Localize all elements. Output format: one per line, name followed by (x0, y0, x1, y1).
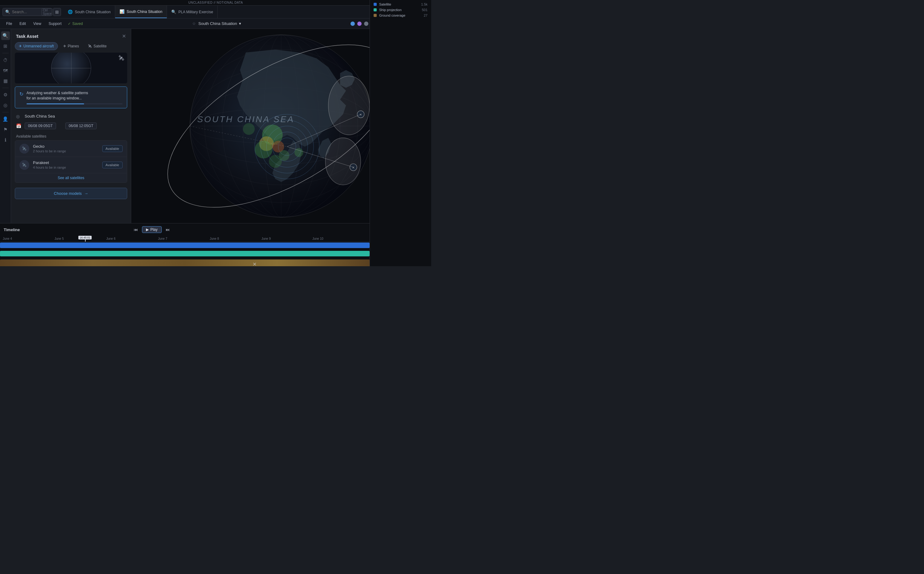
menu-file[interactable]: File (3, 20, 15, 27)
arrow-right-icon: → (84, 191, 88, 196)
date-june6: June 6 (106, 237, 115, 240)
date-june5: June 5 (54, 237, 64, 240)
main-content: 🔍 ⊞ ⏱ 🗺 ▦ ⚙ ◎ 👤 ⚑ ℹ Task Asset ✕ ✈ Unman… (0, 29, 431, 223)
panel-header: Task Asset ✕ (11, 29, 131, 42)
star-icon: ☆ (192, 21, 196, 26)
satellite-row-parakeet: 🛰 Parakeet 4 hours to be in range Availa… (15, 157, 127, 173)
gecko-time: 2 hours to be in range (33, 149, 98, 153)
sidebar-timeline[interactable]: ⏱ (1, 56, 10, 64)
search-icon: 🔍 (5, 9, 10, 14)
sidebar-separator-3 (2, 112, 9, 112)
timeline-header: Timeline ⏮ ▶ Play ⏭ ⤢ 📷 ⊞ ⚖ ≡ ✕ (0, 224, 431, 236)
see-all-satellites-link[interactable]: See all satellites (15, 173, 127, 183)
tab-bar-left: 🔍 Ctrl Space ⊞ (0, 6, 63, 18)
timeline-cursor: 16:45:01 (85, 236, 85, 241)
sidebar-info[interactable]: ℹ (1, 136, 10, 144)
svg-point-21 (328, 76, 370, 135)
sidebar-grid[interactable]: ▦ (1, 77, 10, 85)
search-input[interactable] (12, 10, 40, 14)
svg-point-24 (325, 138, 361, 185)
gecko-available-button[interactable]: Available (102, 145, 123, 152)
menu-support[interactable]: Support (46, 20, 65, 27)
cursor-time: 16:45:01 (78, 236, 92, 240)
sidebar-separator-2 (2, 88, 9, 88)
menu-edit[interactable]: Edit (16, 20, 29, 27)
sidebar-flag[interactable]: ⚑ (1, 125, 10, 134)
chevron-down-icon: ▾ (239, 21, 241, 26)
sidebar-layers[interactable]: ⊞ (1, 42, 10, 50)
timeline: Timeline ⏮ ▶ Play ⏭ ⤢ 📷 ⊞ ⚖ ≡ ✕ June 4 J… (0, 223, 431, 266)
sync-icon: ↻ (19, 91, 24, 97)
skip-forward-button[interactable]: ⏭ (164, 226, 172, 233)
analyzing-line1: Analyzing weather & satellite patterns (27, 90, 123, 96)
planes-label: Planes (68, 44, 79, 48)
sidebar-separator-1 (2, 53, 9, 53)
sidebar-target[interactable]: ◎ (1, 101, 10, 110)
timeline-title: Timeline (4, 227, 20, 232)
progress-fill (27, 103, 84, 104)
situation-title-btn[interactable]: South China Situation ▾ (198, 21, 241, 26)
panel-title: Task Asset (16, 34, 38, 39)
sidebar-settings[interactable]: ⚙ (1, 90, 10, 99)
color-dot-gray[interactable] (364, 22, 369, 26)
tab-south-china-1[interactable]: 🌐 South China Situation (63, 6, 115, 18)
color-dot-blue[interactable] (351, 22, 355, 26)
saved-label: Saved (73, 22, 83, 26)
asset-tab-satellite[interactable]: 🛰 Satellite (84, 42, 111, 50)
gecko-icon: 🛰 (19, 144, 29, 154)
play-button[interactable]: ▶ Play (142, 226, 161, 233)
sidebar-person[interactable]: 👤 (1, 115, 10, 123)
svg-point-15 (255, 141, 272, 158)
sidebar-map[interactable]: 🗺 (1, 66, 10, 75)
ground-track: ✕ (0, 259, 370, 266)
ground-marker: ✕ (252, 261, 258, 266)
grid-button[interactable]: ⊞ (53, 8, 61, 16)
parakeet-name: Parakeet (33, 160, 98, 165)
menu-bar: File Edit View Support ✓ Saved ☆ South C… (0, 19, 431, 29)
sidebar-search[interactable]: 🔍 (1, 32, 10, 40)
date-june4: June 4 (3, 237, 12, 240)
timeline-controls: ⏮ ▶ Play ⏭ (132, 226, 171, 233)
globe-preview: 🛰 (15, 53, 127, 84)
location-text: South China Sea (25, 114, 55, 118)
satellite-tab-icon: 🛰 (88, 44, 92, 48)
tab2-icon: 📊 (120, 9, 125, 14)
ship-track (0, 250, 370, 258)
progress-bar (27, 103, 123, 104)
analyzing-box: ↻ Analyzing weather & satellite patterns… (15, 87, 127, 108)
tab-south-china-2[interactable]: 📊 South China Situation (115, 6, 167, 18)
left-sidebar: 🔍 ⊞ ⏱ 🗺 ▦ ⚙ ◎ 👤 ⚑ ℹ (0, 29, 11, 223)
date-end[interactable]: 06/08 12:05GT (65, 123, 97, 129)
satellite-label: Satellite (93, 44, 106, 48)
parakeet-available-button[interactable]: Available (102, 162, 123, 168)
calendar-icon: 📅 (16, 123, 22, 128)
menu-center: ☆ South China Situation ▾ (84, 21, 349, 26)
date-june10: June 10 (312, 237, 323, 240)
tab3-label: PLA Military Exercise (178, 10, 213, 14)
analyzing-line2: for an available imaging window... (27, 96, 123, 101)
play-icon: ▶ (146, 227, 149, 232)
choose-models-button[interactable]: Choose models → (15, 188, 127, 199)
tab1-icon: 🌐 (68, 9, 73, 14)
search-box[interactable]: 🔍 Ctrl Space (2, 8, 52, 16)
timeline-tracks[interactable]: June 4 June 5 June 6 June 7 June 8 June … (0, 236, 431, 266)
asset-tab-uav[interactable]: ✈ Unmanned aircraft (15, 42, 58, 50)
tab-pla-military[interactable]: 🔍 PLA Military Exercise (167, 6, 218, 18)
svg-point-18 (243, 123, 255, 135)
planes-icon: ✈ (63, 44, 66, 48)
asset-tab-planes[interactable]: ✈ Planes (59, 42, 83, 50)
uav-label: Unmanned aircraft (24, 44, 54, 48)
satellite-track-fill (0, 243, 370, 248)
date-start[interactable]: 06/08 09:05GT (25, 123, 56, 129)
ground-track-fill (0, 259, 370, 266)
satellites-container: 🛰 Gecko 2 hours to be in range Available… (15, 140, 127, 183)
skip-back-button[interactable]: ⏮ (132, 226, 139, 233)
close-button[interactable]: ✕ (122, 33, 126, 39)
satellite-row-gecko: 🛰 Gecko 2 hours to be in range Available (15, 141, 127, 157)
date-june9: June 9 (261, 237, 271, 240)
satellite-overlay-icon: 🛰 (119, 55, 124, 62)
menu-view[interactable]: View (30, 20, 44, 27)
color-dot-purple[interactable] (357, 22, 362, 26)
date-june7: June 7 (158, 237, 167, 240)
keyboard-hint: Ctrl Space (41, 8, 53, 16)
